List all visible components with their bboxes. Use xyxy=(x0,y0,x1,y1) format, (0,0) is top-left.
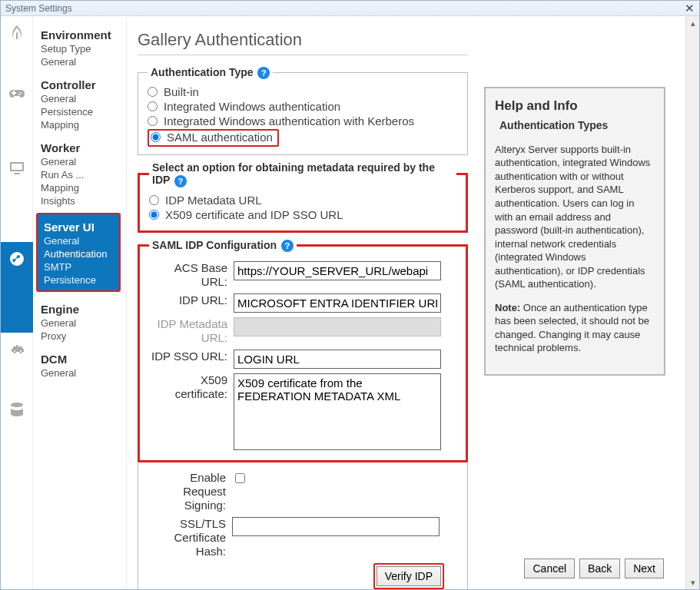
divider xyxy=(138,55,468,55)
scroll-up-icon[interactable]: ▴ xyxy=(686,16,699,30)
radio-iwa[interactable]: Integrated Windows authentication xyxy=(148,100,458,113)
nav-item[interactable]: General xyxy=(41,317,118,329)
note-label: Note: xyxy=(495,302,520,313)
input-idp-url[interactable] xyxy=(234,293,441,313)
help-icon[interactable]: ? xyxy=(174,175,187,187)
help-icon[interactable]: ? xyxy=(281,240,294,252)
window-title: System Settings xyxy=(5,3,72,14)
legend-auth-type: Authentication Type ? xyxy=(148,66,273,79)
verify-idp-button[interactable]: Verify IDP xyxy=(377,566,441,586)
nav-group-server-ui: Server UI General Authentication SMTP Pe… xyxy=(36,213,121,292)
radio-x509[interactable]: X509 certificate and IDP SSO URL xyxy=(149,208,456,221)
radio-label: IDP Metadata URL xyxy=(165,194,262,207)
scroll-down-icon[interactable]: ▾ xyxy=(686,575,699,589)
nav-group-engine: Engine General Proxy xyxy=(33,295,126,345)
radio-input[interactable] xyxy=(151,132,161,142)
nav-item[interactable]: Mapping xyxy=(41,119,118,131)
input-ssl-hash[interactable] xyxy=(232,517,440,536)
icon-sidebar xyxy=(1,16,33,589)
legend-idp-option: Select an option for obtaining metadata … xyxy=(149,161,456,187)
icon-controller[interactable] xyxy=(1,76,33,151)
help-icon[interactable]: ? xyxy=(257,67,270,79)
nav-group-dcm: DCM General xyxy=(33,345,126,382)
titlebar: System Settings ✕ xyxy=(1,1,699,16)
radio-builtin[interactable]: Built-in xyxy=(148,85,458,98)
nav-item[interactable]: Persistence xyxy=(41,106,118,118)
label: ACS Base URL: xyxy=(149,261,234,289)
nav-item[interactable]: Run As ... xyxy=(41,169,118,181)
row-idp-sso-url: IDP SSO URL: xyxy=(149,350,456,369)
nav-item[interactable]: SMTP xyxy=(44,261,113,273)
nav-item-authentication[interactable]: Authentication xyxy=(44,248,113,260)
label: IDP URL: xyxy=(149,293,234,307)
row-idp-url: IDP URL: xyxy=(149,293,456,313)
settings-window: System Settings ✕ xyxy=(0,0,700,590)
fieldset-saml-extra: Enable Request Signing: SSL/TLS Certific… xyxy=(138,462,468,589)
nav-sidebar: Environment Setup Type General Controlle… xyxy=(33,16,127,589)
nav-group-controller: Controller General Persistence Mapping xyxy=(33,71,126,134)
icon-environment[interactable] xyxy=(1,16,33,76)
close-icon[interactable]: ✕ xyxy=(685,2,695,15)
nav-title: Environment xyxy=(41,28,118,41)
label: Enable Request Signing: xyxy=(148,471,232,512)
icon-engine[interactable] xyxy=(1,333,33,393)
nav-item-general[interactable]: General xyxy=(41,56,118,68)
radio-idp-metadata-url[interactable]: IDP Metadata URL xyxy=(149,194,456,207)
nav-title: DCM xyxy=(41,353,118,366)
radio-saml[interactable]: SAML authentication xyxy=(151,131,273,144)
next-button[interactable]: Next xyxy=(625,559,664,578)
radio-input[interactable] xyxy=(148,87,158,97)
highlight-verify: Verify IDP xyxy=(373,563,444,589)
nav-group-environment: Environment Setup Type General xyxy=(33,21,126,71)
nav-item[interactable]: Persistence xyxy=(44,274,113,286)
label: IDP Metadata URL: xyxy=(149,317,234,345)
page-title: Gallery Authentication xyxy=(138,30,468,50)
legend-text: Authentication Type xyxy=(151,66,254,78)
nav-item[interactable]: Mapping xyxy=(41,182,118,194)
input-acs-base-url[interactable] xyxy=(234,261,441,280)
radio-label: Built-in xyxy=(164,85,199,98)
main-panel: Gallery Authentication Authentication Ty… xyxy=(127,16,685,589)
back-button[interactable]: Back xyxy=(579,559,620,578)
help-subtitle: Authentication Types xyxy=(499,118,655,133)
icon-worker[interactable] xyxy=(1,151,33,242)
input-x509[interactable]: X509 certificate from the FEDERATION MET… xyxy=(234,373,441,450)
label: SSL/TLS Certificate Hash: xyxy=(148,517,232,559)
label: IDP SSO URL: xyxy=(149,350,234,363)
scrollbar[interactable]: ▴ ▾ xyxy=(685,16,699,589)
footer-buttons: Cancel Back Next xyxy=(524,559,664,578)
row-enable-signing: Enable Request Signing: xyxy=(148,471,458,512)
icon-server-ui[interactable] xyxy=(1,242,33,333)
help-note: Note: Once an authentication type has be… xyxy=(495,301,655,355)
highlight-saml: SAML authentication xyxy=(148,129,279,147)
radio-input[interactable] xyxy=(149,195,159,205)
nav-title: Engine xyxy=(41,303,118,316)
nav-item[interactable]: General xyxy=(41,367,118,379)
nav-item-setup-type[interactable]: Setup Type xyxy=(41,43,118,55)
help-title: Help and Info xyxy=(495,98,655,115)
nav-item[interactable]: Insights xyxy=(41,195,118,207)
legend-saml-config: SAML IDP Configuration ? xyxy=(149,239,297,252)
input-idp-sso-url[interactable] xyxy=(234,350,441,369)
legend-text: Select an option for obtaining metadata … xyxy=(152,161,435,186)
nav-title: Worker xyxy=(41,141,118,154)
nav-group-worker: Worker General Run As ... Mapping Insigh… xyxy=(33,134,126,210)
cancel-button[interactable]: Cancel xyxy=(524,559,575,578)
nav-item[interactable]: General xyxy=(41,93,118,104)
nav-item[interactable]: General xyxy=(44,235,113,247)
label: X509 certificate: xyxy=(149,373,234,401)
radio-input[interactable] xyxy=(149,210,159,220)
fieldset-auth-type: Authentication Type ? Built-in Integrate… xyxy=(138,66,468,155)
legend-text: SAML IDP Configuration xyxy=(152,239,277,251)
radio-input[interactable] xyxy=(148,101,158,111)
checkbox-enable-signing[interactable] xyxy=(235,473,245,483)
nav-title: Controller xyxy=(41,78,118,91)
icon-dcm[interactable] xyxy=(1,393,33,439)
row-ssl-hash: SSL/TLS Certificate Hash: xyxy=(148,517,458,559)
nav-item[interactable]: General xyxy=(41,156,118,167)
row-acs-base-url: ACS Base URL: xyxy=(149,261,456,289)
row-idp-metadata-url: IDP Metadata URL: xyxy=(149,317,456,345)
nav-item[interactable]: Proxy xyxy=(41,330,118,342)
radio-iwa-kerberos[interactable]: Integrated Windows authentication with K… xyxy=(148,114,458,128)
radio-input[interactable] xyxy=(148,116,158,126)
